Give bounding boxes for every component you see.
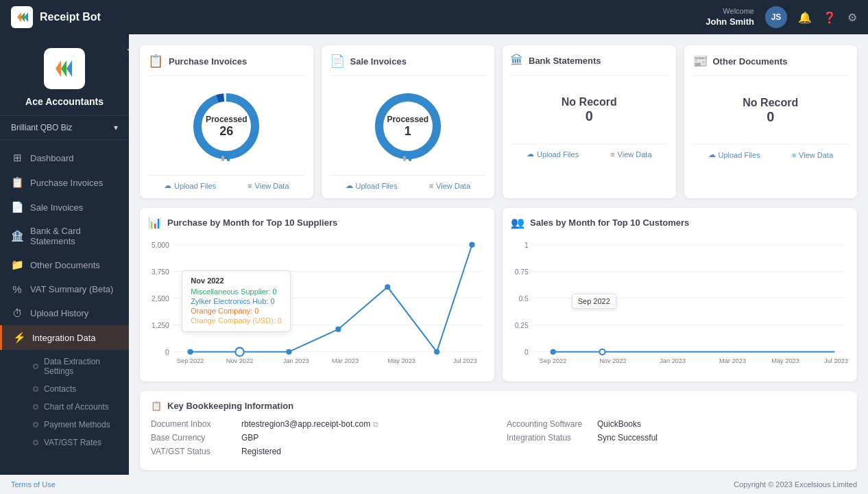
app-name: Receipt Bot — [40, 11, 101, 23]
svg-point-33 — [434, 349, 439, 355]
key-info-title: Key Bookkeeping Information — [167, 401, 293, 411]
sidebar-item-upload-history[interactable]: ⏱ Upload History — [0, 301, 129, 325]
sidebar-label-bank-statements: Bank & Card Statements — [30, 226, 118, 246]
sidebar-item-contacts[interactable]: Contacts — [22, 380, 129, 398]
svg-rect-12 — [221, 156, 224, 161]
user-avatar[interactable]: JS — [765, 6, 787, 28]
view-data-button[interactable]: ≡ View Data — [792, 150, 833, 159]
svg-text:Mar 2023: Mar 2023 — [332, 357, 359, 364]
key-info-icon: 📋 — [151, 401, 162, 411]
sidebar-item-chart-of-accounts[interactable]: Chart of Accounts — [22, 398, 129, 416]
chart-title-bar: 📊 Purchase by Month for Top 10 Suppliers — [148, 216, 486, 229]
terms-link[interactable]: Terms of Use — [11, 480, 56, 489]
chart-title-bar: 👥 Sales by Month for Top 10 Customers — [511, 216, 849, 229]
sub-label-vat-gst: VAT/GST Rates — [44, 438, 101, 447]
sidebar-item-payment-methods[interactable]: Payment Methods — [22, 416, 129, 434]
donut-num: 1 — [387, 124, 429, 139]
card-header: 📋 Purchase Invoices — [148, 54, 305, 76]
view-icon: ≡ — [792, 151, 796, 159]
sub-dot — [33, 386, 38, 392]
purchase-chart-title: Purchase by Month for Top 10 Suppliers — [167, 217, 337, 228]
welcome-text: Welcome John Smith — [706, 6, 754, 27]
copy-icon[interactable]: ⧉ — [373, 420, 378, 429]
key-info-card: 📋 Key Bookkeeping Information Document I… — [140, 391, 857, 470]
bank-statements-card: 🏛 Bank Statements No Record 0 ☁ Upload F… — [503, 45, 676, 198]
card-footer: ☁ Upload Files ≡ View Data — [148, 175, 305, 190]
sidebar-item-data-extraction[interactable]: Data Extraction Settings — [22, 353, 129, 380]
donut-wrapper: Processed 1 — [370, 89, 446, 164]
sub-label-chart-accounts: Chart of Accounts — [44, 402, 109, 412]
info-row-inbox: Document Inbox rbtestregion3@app.receipt… — [151, 419, 490, 429]
main-layout: ◀ Ace Accountants Brilliant QBO Biz ▾ ⊞ … — [0, 34, 868, 475]
svg-point-32 — [385, 284, 390, 290]
sub-menu: Data Extraction Settings Contacts Chart … — [0, 350, 129, 454]
svg-text:Sep 2022: Sep 2022 — [540, 357, 567, 364]
settings-icon[interactable]: ⚙ — [847, 11, 857, 24]
sidebar-item-dashboard[interactable]: ⊞ Dashboard — [0, 145, 129, 170]
svg-point-31 — [335, 327, 341, 332]
other-card-title: Other Documents — [713, 56, 788, 67]
software-value: QuickBooks — [597, 419, 641, 429]
bank-no-record: No Record 0 — [511, 82, 668, 138]
svg-text:Jan 2023: Jan 2023 — [660, 357, 686, 364]
sidebar-item-integration-data[interactable]: ⚡ Integration Data — [0, 325, 129, 350]
sales-chart-area: 1 0.75 0.5 0.25 0 — [511, 236, 849, 373]
card-footer: ☁ Upload Files ≡ View Data — [511, 143, 668, 158]
sale-donut: Processed 1 — [330, 83, 487, 169]
upload-files-button[interactable]: ☁ Upload Files — [527, 150, 579, 158]
info-row-integration: Integration Status Sync Successful — [507, 433, 846, 443]
view-data-button[interactable]: ≡ View Data — [248, 181, 289, 190]
upload-icon: ☁ — [527, 150, 534, 158]
upload-icon: ☁ — [708, 150, 716, 159]
account-selector[interactable]: Brilliant QBO Biz ▾ — [0, 116, 129, 140]
sidebar-item-other-documents[interactable]: 📁 Other Documents — [0, 252, 129, 277]
svg-text:1,250: 1,250 — [152, 322, 169, 329]
sales-chart-title: Sales by Month for Top 10 Customers — [530, 217, 689, 228]
sidebar-item-vat-gst-rates[interactable]: VAT/GST Rates — [22, 434, 129, 451]
footer: Terms of Use Copyright © 2023 Excelsious… — [0, 475, 868, 494]
main-content: 📋 Purchase Invoices — [129, 34, 868, 475]
svg-text:Jul 2023: Jul 2023 — [453, 357, 477, 364]
upload-history-icon: ⏱ — [11, 307, 23, 319]
other-docs-icon: 📁 — [11, 259, 23, 271]
svg-text:May 2023: May 2023 — [387, 357, 415, 364]
sidebar-item-vat-summary[interactable]: % VAT Summary (Beta) — [0, 277, 129, 301]
svg-text:3,750: 3,750 — [152, 268, 169, 276]
nav-right: Welcome John Smith JS 🔔 ❓ ⚙ — [706, 6, 857, 28]
account-name: Brilliant QBO Biz — [11, 123, 72, 132]
upload-icon: ☁ — [346, 181, 353, 190]
sidebar-item-sale-invoices[interactable]: 📄 Sale Invoices — [0, 195, 129, 220]
upload-files-button[interactable]: ☁ Upload Files — [346, 181, 398, 190]
svg-point-34 — [469, 242, 474, 248]
sub-label-data-extraction: Data Extraction Settings — [44, 357, 118, 376]
purchase-card-icon: 📋 — [148, 54, 163, 69]
bell-icon[interactable]: 🔔 — [798, 11, 812, 24]
no-record-label: No Record — [743, 97, 798, 109]
other-card-icon: 📰 — [692, 54, 708, 69]
sidebar-logo-section: Ace Accountants — [0, 34, 129, 116]
sales-chart-card: 👥 Sales by Month for Top 10 Customers 1 … — [503, 208, 857, 381]
donut-label: Processed — [206, 115, 248, 124]
company-name: Ace Accountants — [25, 96, 104, 107]
view-data-button[interactable]: ≡ View Data — [429, 181, 470, 190]
vat-label: VAT/GST Status — [151, 447, 233, 456]
purchase-invoices-card: 📋 Purchase Invoices — [140, 45, 313, 198]
integration-label: Integration Status — [507, 433, 589, 443]
view-data-button[interactable]: ≡ View Data — [610, 150, 651, 158]
software-label: Accounting Software — [507, 419, 589, 429]
sidebar-item-bank-statements[interactable]: 🏦 Bank & Card Statements — [0, 220, 129, 252]
svg-point-30 — [286, 349, 291, 355]
upload-files-button[interactable]: ☁ Upload Files — [708, 150, 760, 159]
help-icon[interactable]: ❓ — [823, 11, 836, 24]
sale-invoices-card: 📄 Sale Invoices Processed 1 — [322, 45, 495, 198]
purchase-chart-area: 5,000 3,750 2,500 1,250 0 — [148, 236, 486, 373]
sidebar-item-purchase-invoices[interactable]: 📋 Purchase Invoices — [0, 170, 129, 195]
svg-text:Mar 2023: Mar 2023 — [719, 357, 746, 364]
upload-files-button[interactable]: ☁ Upload Files — [164, 181, 216, 190]
card-footer: ☁ Upload Files ≡ View Data — [330, 175, 487, 190]
upload-icon: ☁ — [164, 181, 171, 190]
key-info-right: Accounting Software QuickBooks Integrati… — [507, 419, 846, 460]
svg-text:0.75: 0.75 — [515, 268, 529, 276]
sub-dot — [33, 422, 38, 427]
company-logo — [44, 48, 85, 89]
